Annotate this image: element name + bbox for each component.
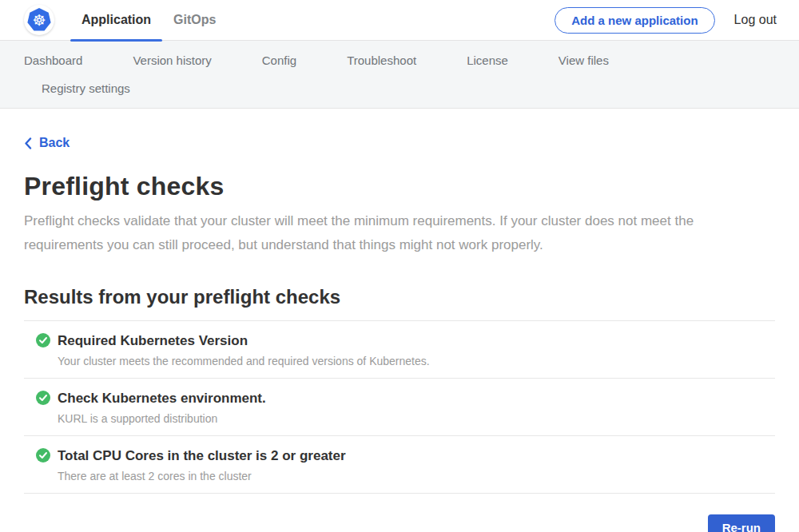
preflight-check-list: Required Kubernetes Version Your cluster… <box>24 320 775 494</box>
footer-actions: Re-run <box>24 514 775 532</box>
check-text: Required Kubernetes Version Your cluster… <box>58 332 430 368</box>
top-header: ☸ Application GitOps Add a new applicati… <box>0 0 799 41</box>
check-title: Check Kubernetes environment. <box>58 389 266 408</box>
check-row-kubernetes-environment: Check Kubernetes environment. KURL is a … <box>24 378 775 435</box>
check-row-cpu-cores: Total CPU Cores in the cluster is 2 or g… <box>24 435 775 494</box>
back-label: Back <box>39 136 70 150</box>
tab-application[interactable]: Application <box>70 0 162 41</box>
check-title: Total CPU Cores in the cluster is 2 or g… <box>58 447 346 466</box>
check-title: Required Kubernetes Version <box>58 332 430 351</box>
check-text: Check Kubernetes environment. KURL is a … <box>58 389 266 426</box>
add-application-button[interactable]: Add a new application <box>555 7 714 34</box>
check-detail: There are at least 2 cores in the cluste… <box>58 469 346 483</box>
primary-tabs: Application GitOps <box>70 0 227 41</box>
logout-button[interactable]: Log out <box>734 13 777 27</box>
results-title: Results from your preflight checks <box>24 286 775 308</box>
check-circle-icon <box>36 333 50 347</box>
check-detail: Your cluster meets the recommended and r… <box>58 354 430 368</box>
page-description: Preflight checks validate that your clus… <box>24 209 767 257</box>
svg-text:☸: ☸ <box>32 11 46 29</box>
subnav-item-license[interactable]: License <box>467 46 508 74</box>
check-detail: KURL is a supported distribution <box>58 411 266 426</box>
check-text: Total CPU Cores in the cluster is 2 or g… <box>58 447 346 483</box>
check-circle-icon <box>36 448 50 463</box>
check-circle-icon <box>36 391 50 405</box>
subnav-item-dashboard[interactable]: Dashboard <box>24 46 82 74</box>
chevron-left-icon <box>24 137 32 149</box>
subnav-item-view-files[interactable]: View files <box>559 46 609 74</box>
subnav-item-config[interactable]: Config <box>262 46 296 74</box>
subnav-item-registry-settings[interactable]: Registry settings <box>42 74 130 102</box>
page-title: Preflight checks <box>24 172 775 201</box>
rerun-button[interactable]: Re-run <box>708 514 775 532</box>
kubernetes-logo: ☸ <box>24 5 54 35</box>
back-link[interactable]: Back <box>24 136 70 150</box>
main-content: Back Preflight checks Preflight checks v… <box>0 109 799 532</box>
kubernetes-logo-icon: ☸ <box>26 7 52 33</box>
check-row-kubernetes-version: Required Kubernetes Version Your cluster… <box>24 320 775 378</box>
app-subnav: Dashboard Version history Config Trouble… <box>0 41 799 109</box>
subnav-item-troubleshoot[interactable]: Troubleshoot <box>347 46 416 74</box>
subnav-item-version-history[interactable]: Version history <box>133 46 211 74</box>
tab-gitops[interactable]: GitOps <box>162 0 227 41</box>
